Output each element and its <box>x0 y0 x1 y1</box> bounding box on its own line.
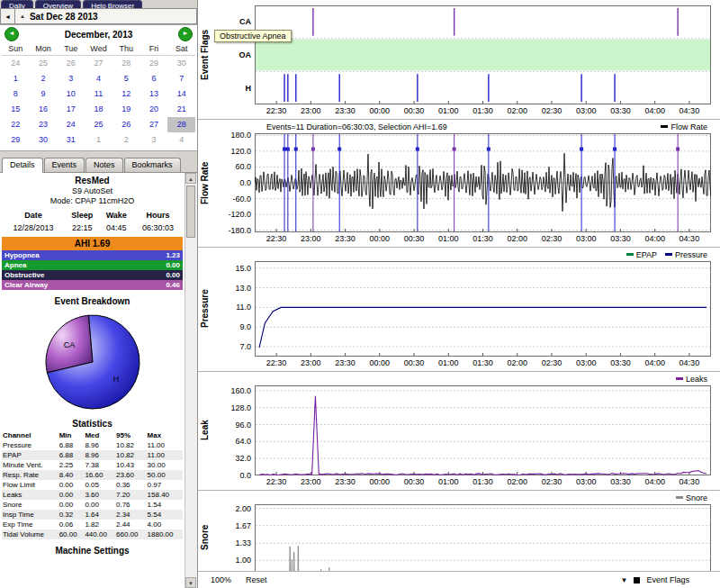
calendar-day[interactable]: 25 <box>85 117 112 132</box>
calendar-day[interactable]: 29 <box>140 56 168 71</box>
tab-events[interactable]: Events <box>44 158 86 172</box>
scrollbar-down-icon[interactable]: ▼ <box>185 577 196 588</box>
calendar-day[interactable]: 4 <box>85 71 112 86</box>
main-tab-help-browser[interactable]: Help Browser <box>83 0 142 8</box>
pressure-legend: EPAPPressure <box>626 250 707 259</box>
flow-rate-legend: Flow Rate <box>661 122 707 131</box>
x-tick-label: 02:00 <box>507 234 527 243</box>
calendar-day[interactable]: 29 <box>2 132 30 148</box>
x-tick-label: 23:00 <box>301 234 321 243</box>
calendar-day[interactable]: 12 <box>112 86 140 102</box>
stats-cell: Tidal Volume <box>2 529 58 539</box>
calendar-day[interactable]: 19 <box>112 102 140 117</box>
stats-row: Flow Limit0.000.050.360.97 <box>2 480 183 490</box>
tab-notes[interactable]: Notes <box>86 158 123 172</box>
calendar-day[interactable]: 7 <box>167 71 195 86</box>
legend-item-epap: EPAP <box>626 250 657 259</box>
calendar-day[interactable]: 14 <box>167 86 195 102</box>
leak-plot[interactable] <box>255 385 711 475</box>
calendar-day[interactable]: 20 <box>140 102 168 117</box>
calendar-day[interactable]: 27 <box>85 56 112 71</box>
calendar-day[interactable]: 5 <box>112 71 140 86</box>
current-date-button[interactable]: ▲ Sat Dec 28 2013 <box>15 8 197 24</box>
x-tick-label: 01:00 <box>438 477 459 486</box>
reset-zoom-button[interactable]: Reset <box>246 575 267 584</box>
main-tab-daily[interactable]: Daily <box>1 0 33 8</box>
x-tick-label: 23:30 <box>335 358 356 367</box>
scrollbar-thumb[interactable] <box>186 185 195 238</box>
calendar-day[interactable]: 6 <box>140 71 168 86</box>
calendar-day[interactable]: 17 <box>57 102 85 117</box>
flag-row-label-oa: OA <box>239 50 252 59</box>
main-tab-overview[interactable]: Overview <box>35 0 81 8</box>
calendar-day[interactable]: 9 <box>30 86 58 102</box>
calendar-day[interactable]: 22 <box>2 117 30 132</box>
next-month-button[interactable]: ► <box>178 27 193 41</box>
calendar: ◄ December, 2013 ► SunMonTueWedThuFriSat… <box>0 25 197 151</box>
snore-legend: Snore <box>676 493 707 502</box>
flow-rate-yticks: 180.0120.060.00.0-60.0-120.0-180.0 <box>212 133 255 232</box>
event-rate-value: 0.46 <box>166 280 180 290</box>
legend-item-snore: Snore <box>676 493 707 502</box>
pressure-plot[interactable] <box>255 261 711 357</box>
calendar-day[interactable]: 10 <box>57 86 85 102</box>
calendar-day[interactable]: 24 <box>57 117 85 132</box>
flow-rate-plot[interactable] <box>255 133 711 232</box>
calendar-day[interactable]: 3 <box>140 132 168 148</box>
machine-settings-title: Machine Settings <box>2 546 183 556</box>
x-tick-label: 23:00 <box>301 477 321 486</box>
x-tick-label: 04:30 <box>680 234 700 243</box>
calendar-day[interactable]: 8 <box>2 86 30 102</box>
calendar-day[interactable]: 28 <box>167 117 195 132</box>
calendar-day[interactable]: 18 <box>85 102 112 117</box>
calendar-day[interactable]: 1 <box>85 132 112 148</box>
current-date-label: Sat Dec 28 2013 <box>30 12 98 22</box>
calendar-day[interactable]: 16 <box>30 102 58 117</box>
previous-month-button[interactable]: ◄ <box>4 27 19 41</box>
calendar-day[interactable]: 13 <box>140 86 168 102</box>
stats-cell: 30.00 <box>147 460 183 470</box>
calendar-day[interactable]: 24 <box>2 56 30 71</box>
event-rate-label: Obstructive <box>4 270 44 280</box>
legend-dropdown-icon[interactable]: ▼ <box>621 576 628 584</box>
event-flags-plot[interactable] <box>255 5 711 104</box>
calendar-day[interactable]: 31 <box>57 132 85 148</box>
stats-row: Leaks0.003.607.20158.40 <box>2 490 183 500</box>
calendar-day[interactable]: 2 <box>112 132 140 148</box>
session-info-table: DateSleepWakeHours12/28/201322:1504:4506… <box>2 209 183 234</box>
event-flags-axis-label: Event Flags <box>198 5 212 104</box>
calendar-day[interactable]: 1 <box>2 71 30 86</box>
stats-cell: 8.96 <box>84 450 115 460</box>
calendar-day[interactable]: 15 <box>2 102 30 117</box>
x-tick-label: 01:30 <box>472 106 493 115</box>
calendar-day[interactable]: 26 <box>112 117 140 132</box>
calendar-day[interactable]: 26 <box>57 56 85 71</box>
calendar-day[interactable]: 30 <box>167 56 195 71</box>
calendar-day[interactable]: 27 <box>140 117 168 132</box>
calendar-day[interactable]: 3 <box>57 71 85 86</box>
calendar-day[interactable]: 28 <box>112 56 140 71</box>
snore-plot[interactable] <box>255 504 711 571</box>
event-rate-label: Hypopnea <box>4 250 40 260</box>
y-tick-label: 9.0 <box>239 322 251 331</box>
tab-bookmarks[interactable]: Bookmarks <box>124 158 181 172</box>
scrollbar-up-icon[interactable]: ▲ <box>185 173 196 184</box>
details-panel: ResMed S9 AutoSet Mode: CPAP 11cmH2O Dat… <box>0 173 197 588</box>
stats-header: Med <box>84 430 115 440</box>
calendar-day[interactable]: 2 <box>30 71 58 86</box>
y-tick-label: 120.0 <box>230 147 251 156</box>
x-tick-label: 04:30 <box>680 477 700 486</box>
bottom-legend-label: Event Flags <box>646 575 689 584</box>
calendar-day[interactable]: 23 <box>30 117 58 132</box>
stats-header: Channel <box>2 430 58 440</box>
calendar-day[interactable]: 11 <box>85 86 112 102</box>
tab-details[interactable]: Details <box>2 158 43 173</box>
details-scrollbar[interactable]: ▲ ▼ <box>184 173 197 588</box>
event-rate-row-clear-airway: Clear Airway0.46 <box>2 280 183 290</box>
calendar-day[interactable]: 21 <box>167 102 195 117</box>
calendar-day[interactable]: 4 <box>167 132 195 148</box>
calendar-day[interactable]: 30 <box>30 132 58 148</box>
calendar-day[interactable]: 25 <box>30 56 58 71</box>
calendar-dow: Sun <box>2 42 30 56</box>
previous-day-button[interactable]: ◄ <box>0 8 15 24</box>
